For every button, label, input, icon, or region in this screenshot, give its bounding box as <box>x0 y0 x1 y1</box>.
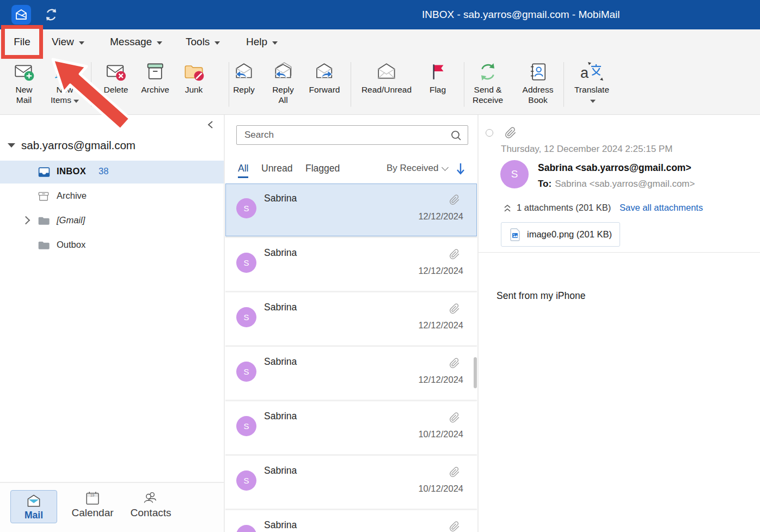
mail-item-date: 12/12/2024 <box>418 375 463 385</box>
file-menu-highlight: File <box>1 25 43 59</box>
chevron-down-icon <box>73 100 79 103</box>
read-unread-icon <box>375 60 398 83</box>
search-input[interactable] <box>237 126 468 144</box>
attachment-icon <box>449 521 460 532</box>
mail-list-item[interactable]: S Sabrina 12/12/2024 <box>225 238 477 291</box>
new-items-button[interactable]: NewItems <box>51 60 79 105</box>
nav-calendar-button[interactable]: 19 Calendar <box>69 490 116 519</box>
forward-button[interactable]: Forward <box>309 60 340 95</box>
mail-item-sender: Sabrina <box>264 247 297 259</box>
inbox-icon <box>37 165 51 179</box>
sort-by-dropdown[interactable]: By Received <box>387 163 448 174</box>
nav-calendar-label: Calendar <box>69 507 116 519</box>
menu-file[interactable]: File <box>14 36 30 48</box>
unread-count-badge: 38 <box>99 166 108 176</box>
module-switcher: Mail 19 Calendar <box>0 482 224 532</box>
junk-button[interactable]: Junk <box>182 60 205 95</box>
mail-item-date: 12/12/2024 <box>418 320 463 331</box>
attachment-icon <box>449 248 460 260</box>
archive-icon <box>144 60 167 83</box>
menu-tools[interactable]: Tools <box>186 29 220 54</box>
send-receive-button[interactable]: Send &Receive <box>473 60 503 105</box>
nav-contacts-button[interactable]: Contacts <box>127 490 175 519</box>
read-unread-button[interactable]: Read/Unread <box>361 60 412 95</box>
search-icon[interactable] <box>450 130 462 142</box>
delete-button[interactable]: Delete <box>104 60 128 95</box>
collapse-sidebar-icon[interactable] <box>206 120 215 129</box>
folder-icon <box>37 239 50 252</box>
attachment-icon <box>449 466 460 478</box>
mail-item-date: 12/12/2024 <box>418 211 463 222</box>
mail-item-sender: Sabrina <box>264 519 297 531</box>
toolbar-separator <box>91 62 91 107</box>
mail-list-item[interactable]: S Sabrina 10/12/2024 <box>225 401 477 454</box>
reply-button[interactable]: Reply <box>232 60 255 95</box>
archive-folder-icon <box>37 189 50 203</box>
address-book-button[interactable]: AddressBook <box>523 60 554 105</box>
mail-item-date: 12/12/2024 <box>418 266 463 276</box>
mail-item-sender: Sabrina <box>264 302 297 313</box>
translate-button[interactable]: a Translate <box>574 60 609 105</box>
avatar: S <box>236 198 256 218</box>
filter-flagged[interactable]: Flagged <box>305 163 340 174</box>
reading-pane: Thursday, 12 December 2024 2:25:15 PM S … <box>479 115 760 532</box>
nav-mail-label: Mail <box>11 510 57 521</box>
folder-name: Outbox <box>57 240 85 250</box>
to-label: To: <box>538 179 551 189</box>
toolbar-separator <box>464 62 464 107</box>
account-row[interactable]: sab.yarros@gmail.com <box>8 139 136 152</box>
avatar: S <box>500 160 529 188</box>
chevron-right-icon[interactable] <box>22 216 30 225</box>
forward-icon <box>313 60 336 83</box>
translate-icon: a <box>579 60 604 83</box>
unread-circle-icon[interactable] <box>486 129 493 137</box>
mail-list-item[interactable]: S Sabrina 12/12/2024 <box>225 292 477 345</box>
sort-descending-icon[interactable] <box>456 162 465 176</box>
nav-mail-button[interactable]: Mail <box>10 490 57 523</box>
app-icon <box>11 5 31 25</box>
archive-button[interactable]: Archive <box>141 60 169 95</box>
list-scrollbar-thumb[interactable] <box>474 357 477 388</box>
filter-all[interactable]: All <box>238 163 248 174</box>
main-content: sab.yarros@gmail.com INBOX 38 Archive <box>0 115 760 532</box>
sidebar-item-outbox[interactable]: Outbox <box>0 234 224 257</box>
flag-icon <box>426 60 449 83</box>
toolbar-separator <box>563 62 564 107</box>
search-box <box>236 125 468 145</box>
toolbar-separator <box>351 62 351 107</box>
reply-all-icon <box>272 60 295 83</box>
sidebar-item-archive[interactable]: Archive <box>0 185 224 208</box>
menu-message[interactable]: Message <box>110 29 162 54</box>
avatar: S <box>236 470 256 491</box>
sync-icon[interactable] <box>43 7 59 23</box>
folder-name: [Gmail] <box>57 215 85 225</box>
sidebar-item-inbox[interactable]: INBOX 38 <box>0 161 224 184</box>
collapse-attachments-icon[interactable] <box>502 203 513 213</box>
mail-list-item[interactable]: S Sabrina 12/12/2024 <box>225 347 477 400</box>
mail-list-item[interactable]: S Sabrina <box>225 510 477 532</box>
chevron-down-icon <box>79 41 84 45</box>
flag-button[interactable]: Flag <box>426 60 449 95</box>
mail-list-item[interactable]: S Sabrina 10/12/2024 <box>225 456 477 509</box>
filter-unread[interactable]: Unread <box>261 163 292 174</box>
attachment-icon <box>449 357 460 369</box>
menu-help[interactable]: Help <box>246 29 278 54</box>
message-timestamp: Thursday, 12 December 2024 2:25:15 PM <box>501 144 672 155</box>
reply-all-button[interactable]: ReplyAll <box>272 60 295 105</box>
mail-list-item[interactable]: S Sabrina 12/12/2024 <box>225 184 477 236</box>
contacts-icon <box>143 490 159 506</box>
attachment-icon <box>505 126 517 139</box>
image-file-icon <box>508 228 522 242</box>
nav-contacts-label: Contacts <box>127 507 175 519</box>
avatar: S <box>236 362 256 382</box>
window-title: INBOX - sab.yarros@gmail.com - MobiMail <box>422 0 620 29</box>
sidebar-item-gmail[interactable]: [Gmail] <box>0 210 224 233</box>
svg-text:19: 19 <box>90 493 95 497</box>
mail-item-sender: Sabrina <box>264 411 297 422</box>
new-mail-button[interactable]: NewMail <box>13 60 35 105</box>
message-body: Sent from my iPhone <box>497 290 585 302</box>
account-expand-icon <box>8 143 15 148</box>
attachment-chip[interactable]: image0.png (201 KB) <box>501 222 620 247</box>
menu-view[interactable]: View <box>52 29 84 54</box>
save-all-attachments-link[interactable]: Save all attachments <box>620 203 703 213</box>
